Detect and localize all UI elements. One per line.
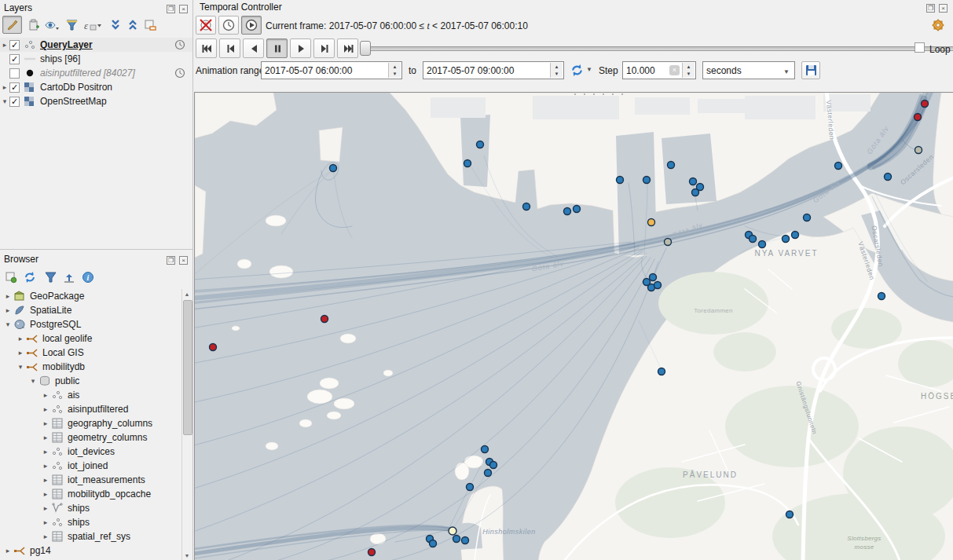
browser-collapse-all-button[interactable]: [62, 270, 76, 284]
expand-all-button[interactable]: [108, 18, 123, 32]
expand-arrow-icon[interactable]: ▸: [41, 405, 50, 413]
browser-item-local-gis[interactable]: ▸Local GIS: [0, 346, 181, 360]
pause-button[interactable]: [266, 38, 288, 58]
timeline-slider[interactable]: [361, 46, 953, 51]
browser-item-iot_devices[interactable]: ▸iot_devices: [0, 445, 181, 459]
skip-to-start-button[interactable]: [196, 38, 217, 58]
browser-item-iot_joined[interactable]: ▸iot_joined: [0, 459, 181, 473]
scroll-up-icon[interactable]: ▲: [182, 289, 192, 298]
start-spinner[interactable]: ▲▼: [388, 63, 401, 78]
temporal-settings-button[interactable]: [930, 17, 946, 33]
browser-item-spatial_ref_sys[interactable]: ▸spatial_ref_sys: [0, 529, 181, 544]
filter-browser-button[interactable]: [43, 270, 57, 284]
browser-item-mobilitydb_opcache[interactable]: ▸mobilitydb_opcache: [0, 487, 181, 501]
browser-close-icon[interactable]: ×: [179, 256, 188, 265]
timeline-slider-handle[interactable]: [360, 41, 371, 56]
expand-arrow-icon[interactable]: ▸: [41, 462, 50, 470]
expand-arrow-icon[interactable]: ▸: [41, 518, 50, 526]
remove-layer-button[interactable]: [143, 18, 157, 32]
browser-item-ships[interactable]: ▸ships: [0, 515, 181, 529]
expand-arrow-icon[interactable]: ▾: [0, 97, 9, 105]
browser-item-spatialite[interactable]: ▸SpatiaLite: [0, 303, 181, 317]
temporal-close-icon[interactable]: ×: [939, 4, 948, 13]
filter-by-expression-button[interactable]: ε: [82, 18, 102, 32]
set-to-full-range-button[interactable]: [569, 62, 585, 78]
temporal-navigation-off-button[interactable]: [196, 16, 216, 35]
expand-arrow-icon[interactable]: ▸: [0, 83, 9, 91]
expand-arrow-icon[interactable]: ▸: [41, 504, 50, 512]
range-dropdown-caret[interactable]: ▼: [586, 66, 592, 73]
browser-float-icon[interactable]: ❐: [167, 256, 175, 265]
layer-item-ships[interactable]: ✓ships [96]: [0, 52, 192, 66]
layer-item-cartodb[interactable]: ▸✓CartoDb Positron: [0, 80, 192, 94]
animation-end-input[interactable]: 2017-05-07 09:00:00 ▲▼: [423, 61, 564, 79]
skip-to-end-button[interactable]: [337, 38, 358, 58]
browser-scroll-thumb[interactable]: [183, 300, 192, 435]
layer-visibility-checkbox[interactable]: ✓: [9, 82, 20, 93]
expand-arrow-icon[interactable]: ▸: [16, 349, 25, 357]
layer-visibility-checkbox[interactable]: [9, 68, 20, 79]
browser-item-geopackage[interactable]: ▸GeoPackage: [0, 289, 181, 303]
expand-arrow-icon[interactable]: ▸: [16, 335, 25, 342]
add-selected-layers-button[interactable]: [4, 270, 18, 284]
scroll-down-icon[interactable]: ▼: [182, 551, 192, 560]
end-spinner[interactable]: ▲▼: [550, 63, 563, 78]
browser-item-postgresql[interactable]: ▾PostgreSQL: [0, 317, 181, 331]
play-forward-button[interactable]: [290, 38, 311, 58]
browser-item-pg14[interactable]: ▸pg14: [0, 544, 181, 558]
browser-item-geometry_columns[interactable]: ▸geometry_columns: [0, 430, 181, 445]
expand-arrow-icon[interactable]: ▾: [16, 363, 25, 371]
expand-arrow-icon[interactable]: ▾: [28, 377, 38, 385]
step-spinner[interactable]: ▲▼: [682, 63, 695, 78]
expand-arrow-icon[interactable]: ▸: [41, 476, 50, 484]
layer-visibility-checkbox[interactable]: ✓: [9, 97, 20, 107]
layer-item-querylayer[interactable]: ▸✓QueryLayer: [0, 38, 192, 52]
expand-arrow-icon[interactable]: ▸: [41, 533, 50, 540]
layers-float-icon[interactable]: ❐: [167, 5, 175, 13]
map-svg[interactable]: Göta älvGöta älvGöta älvGöta älvNYA VARV…: [195, 93, 953, 560]
layer-item-aisinputfiltered[interactable]: aisinputfiltered [84027]: [0, 66, 192, 80]
layers-close-icon[interactable]: ×: [179, 5, 188, 13]
refresh-browser-button[interactable]: [23, 270, 37, 284]
loop-checkbox[interactable]: [915, 42, 925, 53]
layer-item-openstreetmap[interactable]: ▾✓OpenStreetMap: [0, 94, 192, 108]
clear-step-icon[interactable]: ×: [669, 65, 680, 75]
step-value-input[interactable]: 10.000 × ▲▼: [622, 61, 696, 79]
animated-navigation-button[interactable]: [241, 16, 262, 35]
step-unit-combobox[interactable]: seconds ▼: [702, 61, 795, 79]
browser-item-aisinputfiltered[interactable]: ▸aisinputfiltered: [0, 402, 181, 416]
browser-item-public[interactable]: ▾public: [0, 374, 181, 388]
browser-properties-button[interactable]: i: [81, 270, 95, 284]
browser-scrollbar[interactable]: ▲ ▼: [181, 289, 192, 560]
expand-arrow-icon[interactable]: ▸: [3, 306, 13, 314]
browser-item-ships[interactable]: ▸ships: [0, 501, 181, 515]
browser-item-mobilitydb[interactable]: ▾mobilitydb: [0, 360, 181, 374]
browser-item-iot_measurements[interactable]: ▸iot_measurements: [0, 473, 181, 487]
fixed-range-mode-button[interactable]: [218, 16, 239, 35]
browser-item-local-geolife[interactable]: ▸local geolife: [0, 331, 181, 346]
expand-arrow-icon[interactable]: ▸: [41, 419, 50, 427]
expand-arrow-icon[interactable]: ▸: [0, 41, 9, 49]
save-animation-button[interactable]: [801, 61, 820, 79]
expand-arrow-icon[interactable]: ▸: [41, 391, 50, 399]
layer-visibility-checkbox[interactable]: ✓: [9, 40, 20, 50]
expand-arrow-icon[interactable]: ▸: [41, 490, 50, 498]
layer-visibility-checkbox[interactable]: ✓: [9, 54, 20, 64]
browser-item-ais[interactable]: ▸ais: [0, 388, 181, 402]
map-canvas[interactable]: Göta älvGöta älvGöta älvGöta älvNYA VARV…: [194, 92, 953, 560]
step-back-button[interactable]: [219, 38, 240, 58]
collapse-all-button[interactable]: [126, 18, 140, 32]
open-layer-styling-button[interactable]: [2, 16, 22, 34]
manage-map-themes-button[interactable]: [44, 18, 61, 32]
animation-start-input[interactable]: 2017-05-07 06:00:00 ▲▼: [261, 61, 402, 79]
play-backward-button[interactable]: [243, 38, 264, 58]
expand-arrow-icon[interactable]: ▸: [41, 434, 50, 441]
filter-legend-button[interactable]: [64, 18, 79, 32]
browser-item-geography_columns[interactable]: ▸geography_columns: [0, 416, 181, 430]
expand-arrow-icon[interactable]: ▾: [3, 320, 13, 328]
step-forward-button[interactable]: [313, 38, 335, 58]
expand-arrow-icon[interactable]: ▸: [3, 292, 13, 300]
expand-arrow-icon[interactable]: ▸: [41, 448, 50, 456]
expand-arrow-icon[interactable]: ▸: [3, 547, 13, 555]
temporal-float-icon[interactable]: ❐: [926, 4, 935, 13]
